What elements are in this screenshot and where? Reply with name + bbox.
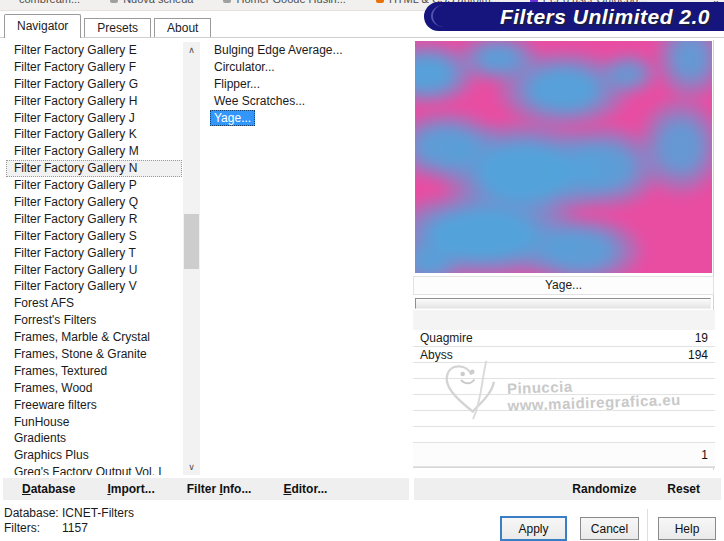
filters-unlimited-dialog: combream... Nuova scheda Homer Goode Hus… — [0, 0, 724, 541]
plugin-banner: Filters Unlimited 2.0 — [424, 2, 724, 31]
bookmark-item[interactable]: combream... — [6, 0, 80, 5]
preview-pattern — [415, 41, 712, 273]
toolbar-button[interactable]: Filter Info... — [187, 482, 252, 496]
parameter-row[interactable]: Quagmire 19 — [413, 330, 715, 347]
category-scrollbar[interactable]: ∧ ∨ — [183, 42, 200, 475]
bookmark-label: Homer Goode Husin... — [236, 0, 345, 5]
scroll-down-icon[interactable]: ∨ — [183, 459, 200, 475]
toolbar-button[interactable]: Editor... — [283, 482, 327, 496]
filter-list-item[interactable]: Bulging Edge Average... — [210, 42, 410, 59]
toolbar-button[interactable]: Database — [22, 482, 75, 496]
category-list-item[interactable]: Filter Factory Gallery H — [6, 93, 182, 110]
favicon-icon — [110, 0, 118, 3]
category-list-item[interactable]: Filter Factory Gallery V — [6, 278, 182, 295]
bookmark-label: combream... — [19, 0, 80, 5]
help-button[interactable]: Help — [658, 517, 716, 540]
filter-list-item[interactable]: Wee Scratches... — [210, 93, 410, 110]
status-area: Database:ICNET-Filters Filters:1157 — [4, 506, 134, 536]
category-list-item[interactable]: Gradients — [6, 430, 182, 447]
parameter-row[interactable]: Abyss 194 — [413, 347, 715, 363]
tab-about[interactable]: About — [154, 18, 211, 37]
category-list-item[interactable]: Filter Factory Gallery Q — [6, 194, 182, 211]
filter-list-item[interactable]: Flipper... — [210, 76, 410, 93]
category-list-item[interactable]: Filter Factory Gallery G — [6, 76, 182, 93]
category-list-item[interactable]: Graphics Plus — [6, 447, 182, 464]
status-database-row: Database:ICNET-Filters — [4, 506, 134, 521]
category-list-item[interactable]: Filter Factory Gallery R — [6, 211, 182, 228]
parameter-row[interactable] — [413, 411, 715, 427]
category-list-item[interactable]: Filter Factory Gallery M — [6, 143, 182, 160]
category-list-item[interactable]: Filter Factory Gallery F — [6, 59, 182, 76]
toolbar-button[interactable]: Reset — [667, 482, 700, 496]
selected-filter-label: Yage... — [413, 276, 714, 295]
bookmark-item[interactable]: Nuova scheda — [110, 0, 193, 5]
favicon-icon — [223, 0, 231, 3]
scroll-up-icon[interactable]: ∧ — [183, 42, 200, 58]
favicon-icon — [376, 0, 384, 3]
parameter-row[interactable] — [413, 395, 715, 411]
parameter-name: Quagmire — [420, 331, 473, 345]
category-list-item[interactable]: Forrest's Filters — [6, 312, 182, 329]
category-list-item[interactable]: Frames, Stone & Granite — [6, 346, 182, 363]
button-divider — [647, 509, 648, 541]
render-progress-bar — [415, 298, 711, 309]
parameter-name: Abyss — [420, 348, 453, 362]
bookmark-item[interactable]: Homer Goode Husin... — [223, 0, 345, 5]
bookmark-label: Nuova scheda — [123, 0, 193, 5]
parameter-row[interactable]: 1 — [413, 443, 715, 467]
parameter-row[interactable] — [413, 363, 715, 379]
category-list-item[interactable]: FunHouse — [6, 414, 182, 431]
parameter-value: 1 — [701, 448, 708, 462]
parameter-value: 194 — [688, 348, 708, 362]
parameter-row[interactable] — [413, 379, 715, 395]
cancel-button[interactable]: Cancel — [580, 517, 639, 540]
plugin-title: Filters Unlimited 2.0 — [500, 3, 710, 30]
toolbar-right: Randomize Reset — [414, 478, 721, 500]
parameters-panel: Quagmire 19 Abyss 194 — [413, 310, 715, 468]
category-list-item[interactable]: Filter Factory Gallery K — [6, 126, 182, 143]
category-list-item[interactable]: Filter Factory Gallery N — [6, 160, 182, 177]
parameter-row[interactable] — [413, 427, 715, 443]
tab-navigator[interactable]: Navigator — [4, 14, 81, 38]
category-list-item[interactable]: Filter Factory Gallery S — [6, 228, 182, 245]
filter-list-item[interactable]: Yage... — [210, 110, 410, 127]
tab-bar: Navigator Presets About — [4, 14, 211, 38]
tab-presets[interactable]: Presets — [84, 18, 151, 37]
category-list-item[interactable]: Frames, Textured — [6, 363, 182, 380]
category-list-item[interactable]: Frames, Marble & Crystal — [6, 329, 182, 346]
database-value: ICNET-Filters — [62, 506, 134, 520]
category-list-item[interactable]: Filter Factory Gallery J — [6, 110, 182, 127]
category-list-item[interactable]: Filter Factory Gallery P — [6, 177, 182, 194]
filters-count: 1157 — [62, 521, 88, 535]
filters-label: Filters: — [4, 521, 62, 536]
category-list-item[interactable]: Filter Factory Gallery U — [6, 262, 182, 279]
category-list-item[interactable]: Frames, Wood — [6, 380, 182, 397]
category-list-item[interactable]: Greg's Factory Output Vol. I — [6, 464, 182, 475]
scrollbar-thumb[interactable] — [184, 214, 199, 269]
category-list-item[interactable]: Filter Factory Gallery T — [6, 245, 182, 262]
filter-list-item[interactable]: Circulator... — [210, 59, 410, 76]
category-list: Filter Factory Gallery E Filter Factory … — [6, 42, 182, 475]
toolbar-left: Database Import... Filter Info... Editor… — [3, 478, 409, 500]
category-list-item[interactable]: Forest AFS — [6, 295, 182, 312]
parameter-value: 19 — [695, 331, 708, 345]
toolbar-button[interactable]: Randomize — [572, 482, 636, 496]
toolbar-button[interactable]: Import... — [107, 482, 154, 496]
database-label: Database: — [4, 506, 62, 521]
category-list-item[interactable]: Freeware filters — [6, 397, 182, 414]
apply-button[interactable]: Apply — [500, 516, 567, 541]
category-list-item[interactable]: Filter Factory Gallery E — [6, 42, 182, 59]
status-filters-row: Filters:1157 — [4, 521, 134, 536]
filter-list: Bulging Edge Average... Circulator... Fl… — [210, 42, 410, 475]
filter-preview-image — [415, 41, 712, 273]
